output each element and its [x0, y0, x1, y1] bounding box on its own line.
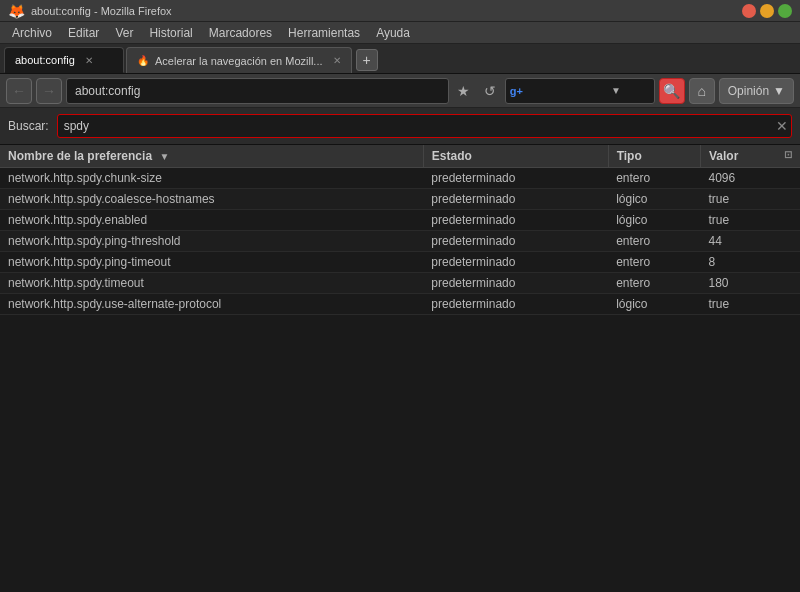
- tab-label-acelerar: Acelerar la navegación en Mozill...: [155, 55, 323, 67]
- maximize-button[interactable]: [778, 4, 792, 18]
- tab-close-about-config[interactable]: ✕: [85, 55, 93, 66]
- menu-archivo[interactable]: Archivo: [4, 24, 60, 42]
- tab-close-acelerar[interactable]: ✕: [333, 55, 341, 66]
- cell-status: predeterminado: [423, 273, 608, 294]
- cell-type: entero: [608, 252, 700, 273]
- back-icon: ←: [12, 83, 26, 99]
- cell-type: lógico: [608, 210, 700, 231]
- close-button[interactable]: [742, 4, 756, 18]
- home-icon: ⌂: [698, 83, 706, 99]
- cell-name: network.http.spdy.ping-timeout: [0, 252, 423, 273]
- opinion-arrow-icon: ▼: [773, 84, 785, 98]
- minimize-button[interactable]: [760, 4, 774, 18]
- preferences-table: Nombre de la preferencia ▼ Estado Tipo V…: [0, 145, 800, 315]
- cell-value: 8: [701, 252, 800, 273]
- table-row[interactable]: network.http.spdy.enabledpredeterminadol…: [0, 210, 800, 231]
- col-header-value[interactable]: Valor ⊡: [701, 145, 800, 168]
- magnifier-button[interactable]: 🔍: [659, 78, 685, 104]
- table-row[interactable]: network.http.spdy.ping-thresholdpredeter…: [0, 231, 800, 252]
- forward-button[interactable]: →: [36, 78, 62, 104]
- menu-bar: Archivo Editar Ver Historial Marcadores …: [0, 22, 800, 44]
- cell-name: network.http.spdy.use-alternate-protocol: [0, 294, 423, 315]
- menu-ayuda[interactable]: Ayuda: [368, 24, 418, 42]
- tab-bar: about:config ✕ 🔥 Acelerar la navegación …: [0, 44, 800, 74]
- cell-status: predeterminado: [423, 294, 608, 315]
- nav-bar: ← → about:config ★ ↺ g+ ▼ 🔍 ⌂ Opinión ▼: [0, 74, 800, 108]
- menu-historial[interactable]: Historial: [141, 24, 200, 42]
- cell-value: 4096: [701, 168, 800, 189]
- cell-value: 180: [701, 273, 800, 294]
- google-search-input[interactable]: [527, 85, 607, 97]
- google-logo: g+: [510, 85, 523, 97]
- table-row[interactable]: network.http.spdy.ping-timeoutpredetermi…: [0, 252, 800, 273]
- forward-icon: →: [42, 83, 56, 99]
- table-row[interactable]: network.http.spdy.timeoutpredeterminadoe…: [0, 273, 800, 294]
- new-tab-button[interactable]: +: [356, 49, 378, 71]
- cell-type: entero: [608, 273, 700, 294]
- magnifier-icon: 🔍: [663, 83, 680, 99]
- cell-value: true: [701, 189, 800, 210]
- tab-icon-acelerar: 🔥: [137, 55, 149, 66]
- table-header-row: Nombre de la preferencia ▼ Estado Tipo V…: [0, 145, 800, 168]
- opinion-button[interactable]: Opinión ▼: [719, 78, 794, 104]
- cell-name: network.http.spdy.ping-threshold: [0, 231, 423, 252]
- cell-name: network.http.spdy.enabled: [0, 210, 423, 231]
- opinion-label: Opinión: [728, 84, 769, 98]
- google-search-arrow: ▼: [611, 85, 621, 96]
- col-header-name[interactable]: Nombre de la preferencia ▼: [0, 145, 423, 168]
- menu-ver[interactable]: Ver: [107, 24, 141, 42]
- search-label: Buscar:: [8, 119, 49, 133]
- browser-icon: 🦊: [8, 3, 25, 19]
- table-resize-button[interactable]: ⊡: [784, 149, 792, 160]
- cell-name: network.http.spdy.coalesce-hostnames: [0, 189, 423, 210]
- col-header-type[interactable]: Tipo: [608, 145, 700, 168]
- address-bar[interactable]: about:config: [66, 78, 449, 104]
- cell-value: true: [701, 294, 800, 315]
- cell-name: network.http.spdy.timeout: [0, 273, 423, 294]
- menu-editar[interactable]: Editar: [60, 24, 107, 42]
- cell-type: entero: [608, 168, 700, 189]
- home-button[interactable]: ⌂: [689, 78, 715, 104]
- menu-marcadores[interactable]: Marcadores: [201, 24, 280, 42]
- cell-type: lógico: [608, 189, 700, 210]
- tab-acelerar[interactable]: 🔥 Acelerar la navegación en Mozill... ✕: [126, 47, 352, 73]
- table-row[interactable]: network.http.spdy.use-alternate-protocol…: [0, 294, 800, 315]
- window-title: about:config - Mozilla Firefox: [31, 5, 172, 17]
- refresh-button[interactable]: ↺: [479, 80, 501, 102]
- right-nav: ★ ↺ g+ ▼ 🔍 ⌂ Opinión ▼: [453, 78, 794, 104]
- cell-status: predeterminado: [423, 168, 608, 189]
- cell-status: predeterminado: [423, 210, 608, 231]
- cell-name: network.http.spdy.chunk-size: [0, 168, 423, 189]
- address-text: about:config: [75, 84, 140, 98]
- table-row[interactable]: network.http.spdy.coalesce-hostnamespred…: [0, 189, 800, 210]
- star-icon: ★: [457, 83, 470, 99]
- cell-status: predeterminado: [423, 231, 608, 252]
- cell-value: true: [701, 210, 800, 231]
- tab-about-config[interactable]: about:config ✕: [4, 47, 124, 73]
- search-clear-button[interactable]: ✕: [776, 118, 788, 134]
- search-input-wrap: ✕: [57, 114, 792, 138]
- cell-value: 44: [701, 231, 800, 252]
- search-input[interactable]: [57, 114, 792, 138]
- sort-icon: ▼: [159, 151, 169, 162]
- google-search-box[interactable]: g+ ▼: [505, 78, 655, 104]
- title-bar: 🦊 about:config - Mozilla Firefox: [0, 0, 800, 22]
- cell-status: predeterminado: [423, 252, 608, 273]
- main-content: Buscar: ✕ Nombre de la preferencia ▼ Est…: [0, 108, 800, 592]
- bookmark-star-button[interactable]: ★: [453, 80, 475, 102]
- window-controls: [742, 4, 792, 18]
- cell-type: lógico: [608, 294, 700, 315]
- cell-status: predeterminado: [423, 189, 608, 210]
- col-header-status[interactable]: Estado: [423, 145, 608, 168]
- search-row: Buscar: ✕: [0, 108, 800, 145]
- cell-type: entero: [608, 231, 700, 252]
- menu-herramientas[interactable]: Herramientas: [280, 24, 368, 42]
- refresh-icon: ↺: [484, 83, 496, 99]
- tab-label-about-config: about:config: [15, 54, 75, 66]
- table-row[interactable]: network.http.spdy.chunk-sizepredetermina…: [0, 168, 800, 189]
- back-button[interactable]: ←: [6, 78, 32, 104]
